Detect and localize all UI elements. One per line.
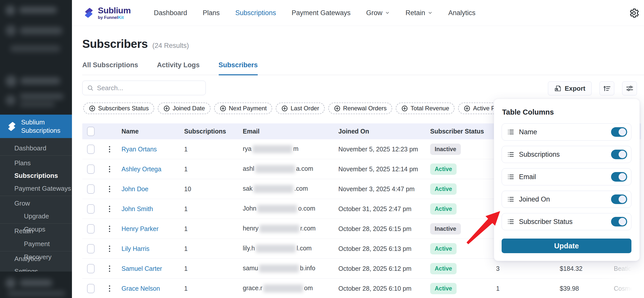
row-checkbox[interactable]: [87, 204, 95, 214]
settings-gear-button[interactable]: [628, 8, 639, 19]
column-header-subscriber-status[interactable]: Subscriber Status: [430, 128, 496, 135]
sliders-icon: [626, 84, 634, 92]
sidebar-submenu-item[interactable]: Payment Recovery: [0, 237, 72, 251]
row-actions-kebab-icon[interactable]: [107, 146, 112, 152]
column-toggle[interactable]: [611, 217, 627, 226]
row-actions-kebab-icon[interactable]: [107, 166, 112, 172]
filter-chip[interactable]: Joined Date: [158, 103, 210, 114]
sidebar-submenu-item-label: Subscriptions: [14, 172, 58, 179]
export-button[interactable]: Export: [548, 81, 592, 95]
subscriptions-count: 1: [184, 205, 243, 213]
email-redaction-blur: [256, 245, 296, 253]
email-redaction-blur: [257, 205, 297, 213]
topbar-nav-item[interactable]: Grow: [366, 9, 390, 17]
row-checkbox[interactable]: [87, 164, 95, 174]
filter-chip[interactable]: Next Payment: [214, 103, 272, 114]
email-redaction-blur: [263, 284, 303, 292]
column-toggle[interactable]: [611, 127, 627, 137]
sidebar-item-sublium-subscriptions[interactable]: Sublium Subscriptions: [0, 115, 72, 138]
popup-column-label: Joined On: [519, 195, 611, 203]
select-all-checkbox[interactable]: [87, 127, 95, 136]
subscriber-name-link[interactable]: Samuel Carter: [122, 265, 184, 272]
status-badge: Active: [430, 263, 457, 274]
toolbar: Export: [548, 81, 637, 95]
row-actions-kebab-icon[interactable]: [107, 266, 112, 272]
sidebar-submenu-item-label: Analytics: [14, 255, 41, 262]
subscriber-email: ryam: [243, 145, 338, 153]
popup-column-row[interactable]: Name: [502, 123, 631, 141]
column-header-subscriptions[interactable]: Subscriptions: [184, 128, 243, 135]
search-input[interactable]: [97, 84, 201, 92]
topbar-nav-item[interactable]: Dashboard: [154, 9, 187, 17]
status-badge: Inactive: [430, 223, 461, 235]
subscriber-name-link[interactable]: Lily Harris: [122, 245, 184, 252]
topbar-nav-item-label: Grow: [366, 9, 382, 17]
topbar-nav-item[interactable]: Analytics: [448, 9, 475, 17]
popup-column-row[interactable]: Subscriptions: [502, 146, 631, 163]
chevron-down-icon: [385, 10, 390, 15]
update-button[interactable]: Update: [502, 239, 631, 253]
subscriber-name-link[interactable]: John Doe: [122, 185, 184, 193]
sidebar-submenu-item[interactable]: Dashboard: [0, 142, 72, 156]
column-toggle[interactable]: [611, 172, 627, 182]
filter-chip[interactable]: Last Order: [276, 103, 325, 114]
popup-column-row[interactable]: Subscriber Status: [502, 213, 631, 230]
row-checkbox[interactable]: [87, 244, 95, 253]
subscriber-name-link[interactable]: Henry Parker: [122, 225, 184, 233]
sidebar-submenu-item-label: Dashboard: [14, 144, 46, 152]
column-toggle[interactable]: [611, 150, 627, 159]
row-actions-kebab-icon[interactable]: [107, 285, 112, 292]
list-icon: [507, 151, 514, 158]
column-header-email[interactable]: Email: [243, 128, 338, 135]
row-actions-kebab-icon[interactable]: [107, 206, 112, 212]
row-checkbox[interactable]: [87, 145, 95, 154]
sidebar-submenu-item[interactable]: Payment Gateways: [0, 182, 72, 196]
subscriber-name-link[interactable]: Ashley Ortega: [122, 165, 184, 173]
subscriber-name-link[interactable]: Grace Nelson: [122, 285, 184, 292]
topbar-nav-item-label: Analytics: [448, 9, 475, 17]
sublium-logo[interactable]: Sublium by FunnelKit: [83, 6, 131, 20]
sidebar-submenu-item[interactable]: Plans: [0, 157, 72, 169]
total-revenue: $39.98: [560, 285, 614, 292]
sidebar-submenu-item-label: Payment Gateways: [14, 185, 71, 192]
row-checkbox[interactable]: [87, 224, 95, 234]
tab[interactable]: Subscribers: [219, 61, 258, 75]
popup-column-row[interactable]: Joined On: [502, 191, 631, 208]
filter-chip[interactable]: Renewal Orders: [328, 103, 392, 114]
tab[interactable]: All Subscriptions: [82, 61, 138, 75]
filter-chip[interactable]: Total Revenue: [396, 103, 455, 114]
sort-button[interactable]: [599, 81, 614, 95]
subscriber-name-link[interactable]: John Smith: [122, 205, 184, 213]
topbar-nav-item[interactable]: Payment Gateways: [292, 9, 350, 17]
topbar-nav-item[interactable]: Retain: [406, 9, 433, 17]
row-actions-kebab-icon[interactable]: [107, 246, 112, 252]
popup-column-row[interactable]: Email: [502, 168, 631, 185]
table-columns-button[interactable]: [622, 81, 637, 95]
row-checkbox[interactable]: [87, 264, 95, 273]
subscriber-name-link[interactable]: Ryan Ortans: [122, 146, 184, 153]
filter-chips: Subscribers Status Joined Date Next Paym…: [83, 103, 520, 114]
row-actions-kebab-icon[interactable]: [107, 186, 112, 192]
column-header-joined-on[interactable]: Joined On: [338, 128, 430, 135]
email-redaction-blur: [255, 165, 295, 173]
subscriptions-count: 1: [184, 265, 243, 272]
search-icon: [87, 84, 94, 91]
subscriptions-count: 1: [184, 165, 243, 173]
tab-label: Activity Logs: [157, 61, 200, 69]
popup-column-label: Subscriber Status: [519, 218, 611, 226]
column-header-name[interactable]: Name: [122, 128, 184, 135]
column-toggle[interactable]: [611, 194, 627, 204]
row-checkbox[interactable]: [87, 284, 95, 293]
row-checkbox[interactable]: [87, 184, 95, 194]
row-actions-kebab-icon[interactable]: [107, 226, 112, 232]
sidebar-submenu-item[interactable]: Analytics: [0, 252, 72, 265]
tab[interactable]: Activity Logs: [157, 61, 200, 75]
topbar-nav-item[interactable]: Plans: [203, 9, 220, 17]
topbar-nav-item[interactable]: Subscriptions: [235, 9, 276, 17]
filter-chip[interactable]: Subscribers Status: [83, 103, 154, 114]
sidebar-submenu-item[interactable]: Upgrade Groups: [0, 210, 72, 224]
sidebar-submenu-item[interactable]: Grow: [0, 197, 72, 210]
sidebar-submenu-item[interactable]: Subscriptions: [0, 169, 72, 182]
subscriptions-count: 1: [184, 146, 243, 153]
email-redaction-blur: [254, 185, 293, 193]
